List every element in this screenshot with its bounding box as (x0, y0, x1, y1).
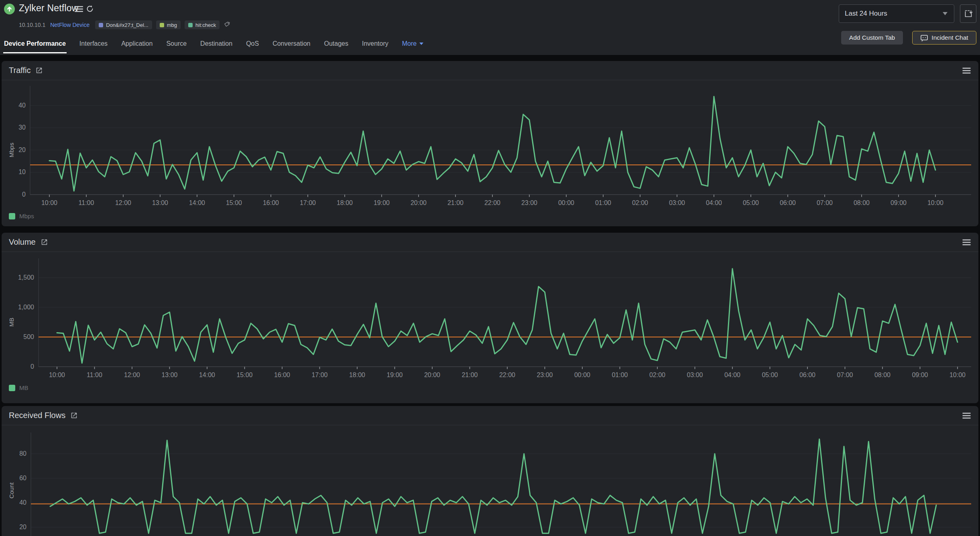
legend-item[interactable]: Mbps (9, 213, 34, 219)
tag-label: hit:check (195, 22, 216, 28)
tab-qos[interactable]: QoS (245, 37, 260, 53)
x-tick-label: 19:00 (386, 372, 403, 378)
x-tick-label: 03:00 (669, 199, 685, 206)
expand-chart-icon (70, 412, 78, 419)
traffic-chart-card: Traffic Mbps 01020304010:0011:0012:0013:… (2, 61, 978, 226)
chevron-down-icon (943, 12, 947, 15)
x-tick-label: 16:00 (274, 372, 290, 378)
x-tick-label: 05:00 (743, 199, 759, 206)
x-tick-label: 15:00 (236, 372, 252, 378)
y-axis-title: Mbps (8, 143, 15, 158)
x-tick-label: 17:00 (300, 199, 316, 206)
device-type-link[interactable]: NetFlow Device (50, 22, 89, 28)
y-tick-label: 20 (18, 146, 26, 153)
chart-menu-icon (962, 239, 971, 246)
x-tick-label: 11:00 (87, 372, 102, 378)
tag-icon (224, 21, 231, 29)
open-chart-analytics-button[interactable] (70, 412, 78, 419)
manage-tags-button[interactable] (224, 21, 231, 29)
tab-destination[interactable]: Destination (199, 37, 233, 53)
received-flows-chart-card: Received Flows Count 2040608010:0011:001… (2, 406, 978, 536)
device-tag[interactable]: mbg (156, 20, 181, 29)
chart-menu-button[interactable] (962, 67, 971, 74)
x-tick-label: 21:00 (447, 199, 464, 206)
add-custom-tab-button[interactable]: Add Custom Tab (841, 31, 903, 45)
netflow-device-page: Zylker Netflow 10.10.10.1 NetFlow Device… (0, 0, 980, 536)
time-range-value: Last 24 Hours (845, 10, 887, 18)
x-tick-label: 07:00 (837, 372, 853, 378)
device-tab-bar: Device PerformanceInterfacesApplicationS… (3, 37, 436, 53)
tab-label: QoS (246, 40, 259, 47)
chart-menu-button[interactable] (962, 412, 971, 419)
device-menu-button[interactable] (75, 6, 83, 14)
series-line (49, 97, 935, 191)
tab-conversation[interactable]: Conversation (272, 37, 311, 53)
chart-menu-button[interactable] (962, 239, 971, 246)
x-tick-label: 01:00 (612, 372, 628, 378)
device-tag[interactable]: Don&#x27;t_Del... (95, 20, 152, 29)
x-tick-label: 12:00 (115, 199, 131, 206)
page-title: Zylker Netflow (19, 3, 79, 14)
hamburger-icon (75, 6, 83, 12)
add-to-dashboard-button[interactable] (960, 4, 976, 23)
x-tick-label: 00:00 (574, 372, 590, 378)
y-tick-label: 0 (30, 363, 34, 370)
chart-menu-icon (962, 412, 971, 419)
traffic-chart: 01020304010:0011:0012:0013:0014:0015:001… (6, 84, 974, 209)
time-range-select[interactable]: Last 24 Hours (839, 4, 954, 23)
tab-inventory[interactable]: Inventory (361, 37, 389, 53)
x-tick-label: 19:00 (374, 199, 390, 206)
x-tick-label: 08:00 (854, 199, 870, 206)
x-tick-label: 16:00 (263, 199, 279, 206)
legend-label: MB (19, 384, 28, 391)
x-tick-label: 10:00 (950, 372, 966, 378)
legend-label: Mbps (19, 213, 34, 219)
x-tick-label: 03:00 (687, 372, 703, 378)
x-tick-label: 20:00 (424, 372, 440, 378)
y-tick-label: 10 (18, 169, 26, 175)
x-tick-label: 15:00 (226, 199, 242, 206)
expand-chart-icon (41, 238, 48, 246)
tag-color-swatch (160, 23, 164, 27)
open-chart-analytics-button[interactable] (35, 67, 43, 74)
tab-outages[interactable]: Outages (323, 37, 349, 53)
tab-device-performance[interactable]: Device Performance (3, 37, 67, 53)
tab-interfaces[interactable]: Interfaces (79, 37, 108, 53)
x-tick-label: 18:00 (337, 199, 353, 206)
chart-card-header: Volume (2, 233, 978, 252)
incident-chat-label: Incident Chat (931, 34, 968, 41)
x-tick-label: 08:00 (874, 372, 891, 378)
tag-color-swatch (99, 23, 103, 27)
add-to-dashboard-icon (964, 9, 973, 18)
device-tag[interactable]: hit:check (185, 20, 220, 29)
legend-item[interactable]: MB (9, 384, 28, 391)
incident-chat-button[interactable]: Incident Chat (912, 31, 976, 45)
tab-label: Application (121, 40, 152, 47)
refresh-button[interactable] (86, 5, 94, 14)
x-tick-label: 10:00 (41, 199, 57, 206)
y-axis-title: Count (8, 482, 15, 499)
x-tick-label: 23:00 (537, 372, 553, 378)
series-line (57, 269, 958, 363)
legend-swatch (9, 385, 15, 391)
tab-application[interactable]: Application (120, 37, 153, 53)
device-subheader: 10.10.10.1 NetFlow Device Don&#x27;t_Del… (19, 20, 231, 30)
y-tick-label: 0 (22, 191, 26, 198)
x-tick-label: 06:00 (799, 372, 815, 378)
chevron-down-icon (419, 43, 423, 45)
tab-source[interactable]: Source (165, 37, 187, 53)
tab-more[interactable]: More (401, 37, 424, 53)
x-tick-label: 12:00 (124, 372, 140, 378)
chart-card-header: Traffic (2, 61, 978, 80)
tab-label: Source (166, 40, 187, 47)
device-ip: 10.10.10.1 (19, 22, 45, 28)
x-tick-label: 13:00 (152, 199, 168, 206)
open-chart-analytics-button[interactable] (41, 238, 48, 246)
x-tick-label: 22:00 (484, 199, 500, 206)
x-tick-label: 00:00 (558, 199, 574, 206)
tab-label: Destination (200, 40, 232, 47)
page-header: Zylker Netflow 10.10.10.1 NetFlow Device… (0, 0, 980, 55)
x-tick-label: 04:00 (706, 199, 722, 206)
x-tick-label: 10:00 (927, 199, 943, 206)
tab-label: Interfaces (79, 40, 108, 47)
